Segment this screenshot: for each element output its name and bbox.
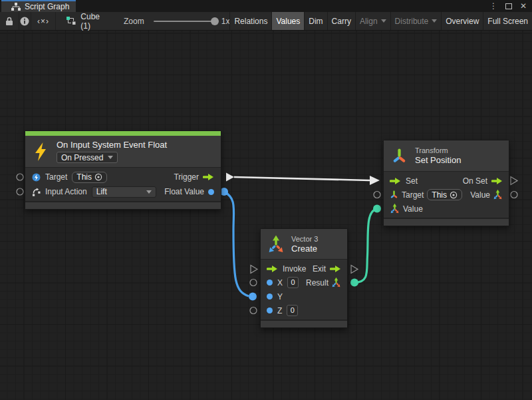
- node-footer: [261, 319, 347, 327]
- toolbar-button-relations[interactable]: Relations: [229, 12, 271, 30]
- zoom-slider-handle[interactable]: [211, 17, 219, 25]
- port-setpos-value-out[interactable]: [511, 192, 517, 198]
- graph-asset-icon: [66, 17, 76, 25]
- port-row-z: Z 0: [261, 303, 347, 317]
- button-label: Dim: [309, 17, 323, 26]
- close-icon[interactable]: ✕: [520, 2, 527, 10]
- graph-owner-label: Cube (1): [80, 12, 100, 31]
- port-label: Set: [406, 176, 418, 186]
- menu-icon[interactable]: ⋮: [489, 2, 497, 10]
- port-exit-out[interactable]: [351, 266, 358, 274]
- button-label: Align: [360, 17, 378, 26]
- z-value-field[interactable]: 0: [287, 305, 298, 316]
- maximize-icon[interactable]: [505, 3, 512, 9]
- port-label: Invoke: [283, 264, 306, 274]
- port-label: Target: [45, 172, 67, 182]
- node-header[interactable]: On Input System Event Float On Pressed: [25, 136, 221, 168]
- graph-canvas[interactable]: On Input System Event Float On Pressed T…: [0, 31, 532, 400]
- port-onset-out[interactable]: [511, 177, 517, 185]
- input-system-icon: [32, 173, 41, 182]
- toolbar-button-distribute[interactable]: Distribute: [390, 12, 442, 30]
- object-picker-icon[interactable]: [450, 191, 458, 199]
- vector3-icon: [493, 189, 503, 200]
- port-z-in[interactable]: [250, 307, 257, 314]
- graph-toolbar: ‹×› Cube (1) Zoom 1x Relations Values Di…: [0, 12, 532, 31]
- wire-floatvalue-to-y[interactable]: [224, 192, 249, 296]
- node-title: Create: [291, 244, 318, 254]
- wire-trigger-to-set[interactable]: [234, 177, 370, 180]
- port-set-in[interactable]: [370, 176, 380, 185]
- port-row-set: Set On Set: [384, 174, 509, 188]
- exec-arrow-icon: [491, 177, 503, 185]
- lightning-bolt-icon: [33, 142, 48, 162]
- toolbar-button-fullscreen[interactable]: Full Screen: [483, 12, 532, 30]
- toolbar-button-dim[interactable]: Dim: [304, 12, 327, 30]
- port-row-value: Value: [384, 202, 509, 216]
- port-label: Target: [402, 190, 424, 200]
- toolbar-button-align[interactable]: Align: [355, 12, 390, 30]
- exec-arrow-icon: [390, 177, 401, 185]
- wire-result-to-value[interactable]: [354, 209, 376, 283]
- target-object-field[interactable]: This: [72, 172, 107, 183]
- port-event-inputaction-in[interactable]: [17, 188, 23, 195]
- port-row-y: Y: [261, 290, 347, 303]
- field-value: This: [76, 172, 92, 182]
- node-header[interactable]: Vector 3 Create: [261, 229, 347, 260]
- port-event-target-in[interactable]: [17, 174, 23, 180]
- toolbar-buttons: Relations Values Dim Carry Align Distrib…: [229, 12, 532, 30]
- node-category: Transform: [415, 146, 461, 155]
- tab-title: Script Graph: [25, 2, 69, 11]
- port-label: Value: [403, 204, 423, 214]
- port-value-in[interactable]: [373, 205, 381, 213]
- event-mode-dropdown[interactable]: On Pressed: [57, 152, 118, 163]
- window-controls: ⋮ ✕: [489, 0, 527, 12]
- graph-breadcrumb[interactable]: Cube (1): [56, 12, 100, 30]
- event-accent-bar: [25, 131, 221, 136]
- info-button[interactable]: [19, 12, 31, 30]
- zoom-slider-track[interactable]: [154, 21, 215, 22]
- chevron-down-icon: [108, 156, 113, 159]
- port-invoke-in[interactable]: [251, 266, 257, 274]
- node-category: Vector 3: [291, 235, 318, 244]
- toolbar-button-carry[interactable]: Carry: [327, 12, 355, 30]
- input-action-dropdown[interactable]: Lift: [92, 186, 156, 198]
- port-row-target: Target This Value: [384, 188, 509, 202]
- chevron-down-icon: [146, 190, 152, 194]
- button-label: Relations: [234, 17, 267, 26]
- node-footer: [384, 218, 509, 226]
- port-trigger-out[interactable]: [226, 173, 234, 182]
- node-on-input-system-event-float[interactable]: On Input System Event Float On Pressed T…: [25, 130, 221, 210]
- port-row-x: X 0 Result: [261, 276, 347, 290]
- port-label: Result: [306, 278, 329, 288]
- port-row-input-action: Input Action Lift Float Value: [25, 184, 221, 199]
- lock-button[interactable]: [0, 12, 19, 30]
- node-header[interactable]: Transform Set Position: [384, 140, 509, 172]
- button-label: Carry: [332, 17, 351, 26]
- zoom-control: Zoom 1x: [124, 12, 229, 30]
- toolbar-button-overview[interactable]: Overview: [441, 12, 483, 30]
- port-label: Trigger: [174, 172, 199, 182]
- input-action-icon: [32, 188, 41, 196]
- port-result-out[interactable]: [350, 279, 358, 287]
- button-label: Distribute: [395, 17, 429, 26]
- port-label: Float Value: [164, 187, 204, 196]
- node-transform-set-position[interactable]: Transform Set Position Set On Set: [383, 140, 509, 226]
- port-x-in[interactable]: [250, 280, 257, 286]
- transform-icon: [390, 190, 398, 200]
- x-value-field[interactable]: 0: [287, 277, 299, 288]
- tab-script-graph[interactable]: Script Graph: [1, 0, 76, 12]
- port-y-in[interactable]: [249, 293, 257, 301]
- node-vector3-create[interactable]: Vector 3 Create Invoke Exit X: [260, 228, 348, 328]
- target-object-field[interactable]: This: [427, 189, 462, 200]
- exec-arrow-icon: [267, 265, 278, 273]
- code-preview-button[interactable]: ‹×›: [31, 12, 57, 30]
- button-label: Full Screen: [487, 17, 528, 26]
- toolbar-button-values[interactable]: Values: [271, 12, 304, 30]
- port-label: Z: [277, 306, 282, 315]
- port-label: X: [277, 278, 283, 288]
- zoom-label: Zoom: [124, 17, 144, 26]
- port-setpos-target-in[interactable]: [374, 192, 380, 198]
- data-port-dot: [267, 280, 273, 286]
- object-picker-icon[interactable]: [94, 173, 102, 181]
- data-port-dot: [267, 307, 273, 313]
